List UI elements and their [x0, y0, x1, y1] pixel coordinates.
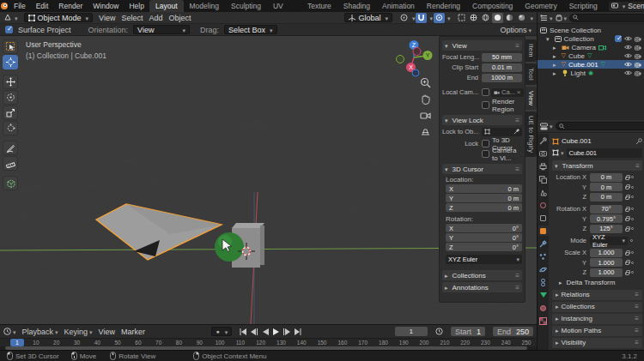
- n-tab-view[interactable]: View: [526, 87, 537, 110]
- local-camera-checkbox[interactable]: [482, 88, 489, 96]
- menu-playback[interactable]: Playback: [22, 328, 58, 336]
- hide-eye-icon[interactable]: [624, 53, 632, 58]
- tab-modifiers[interactable]: [538, 238, 549, 249]
- workspace-tab-scripting[interactable]: Scripting: [563, 0, 604, 12]
- outliner-search-input[interactable]: [580, 14, 644, 21]
- tool-scale[interactable]: [3, 105, 18, 120]
- disable-render-icon[interactable]: [635, 53, 641, 59]
- rotation-mode-dropdown[interactable]: XYZ Euler: [590, 237, 628, 245]
- lock-icon[interactable]: [625, 272, 629, 275]
- animate-dot[interactable]: [631, 176, 634, 178]
- menu-edit[interactable]: Edit: [31, 0, 54, 12]
- outliner-search[interactable]: [569, 14, 644, 22]
- snap-toggle-button[interactable]: [416, 13, 427, 23]
- lock-icon[interactable]: [625, 208, 629, 212]
- show-gizmo-button[interactable]: [456, 13, 467, 23]
- options-dropdown[interactable]: Options: [500, 26, 532, 34]
- delta-transform-panel[interactable]: Delta Transform: [552, 278, 642, 288]
- lock-icon[interactable]: [625, 252, 629, 256]
- menu-add[interactable]: Add: [149, 14, 162, 22]
- outliner-row-scene-collection[interactable]: Scene Collection: [538, 26, 644, 34]
- outliner-row-cube-001[interactable]: ▽ Cube.001 ▽: [538, 60, 644, 69]
- outliner-row-light[interactable]: Light ◉: [538, 69, 644, 77]
- cursor-3d-panel-header[interactable]: 3D Cursor: [442, 164, 522, 174]
- tab-scene[interactable]: [538, 187, 549, 197]
- gizmo-x-neg-axis[interactable]: [413, 48, 421, 56]
- editor-type-selector[interactable]: [3, 14, 18, 22]
- n-tab-ue-to-rigify[interactable]: UE to Rigify: [526, 111, 537, 157]
- workspace-tab-modeling[interactable]: Modeling: [184, 0, 226, 12]
- menu-window[interactable]: Window: [88, 0, 124, 12]
- drag-dropdown[interactable]: Select Box: [224, 25, 277, 34]
- blender-logo-icon[interactable]: [0, 2, 9, 10]
- outliner-filter-collection[interactable]: [556, 14, 568, 22]
- animate-dot[interactable]: [631, 251, 634, 254]
- next-keyframe-button[interactable]: [283, 327, 292, 336]
- tool-transform[interactable]: [3, 121, 18, 135]
- tool-measure[interactable]: [3, 156, 18, 171]
- clip-start-field[interactable]: 0.01 m: [482, 63, 522, 72]
- expand-icon[interactable]: [553, 44, 559, 51]
- expand-icon[interactable]: [553, 61, 559, 69]
- current-frame-field[interactable]: 1: [395, 327, 428, 336]
- scene-name[interactable]: Scene: [628, 2, 644, 10]
- menu-file[interactable]: File: [9, 0, 31, 12]
- visibility-panel-header[interactable]: Visibility: [552, 338, 642, 348]
- motion-paths-panel-header[interactable]: Motion Paths: [552, 326, 642, 336]
- cursor-loc-y-field[interactable]: Y0 m: [446, 194, 522, 202]
- tab-physics[interactable]: [538, 264, 549, 274]
- workspace-tab-compositing[interactable]: Compositing: [466, 0, 519, 12]
- transform-orientation-selector[interactable]: Global: [344, 13, 392, 22]
- hide-eye-icon[interactable]: [624, 45, 632, 50]
- tool-cursor[interactable]: [3, 55, 18, 69]
- tab-render[interactable]: [538, 148, 549, 159]
- focal-length-field[interactable]: 50 mm: [482, 53, 522, 62]
- properties-search-input[interactable]: [567, 123, 644, 130]
- view-panel-header[interactable]: View: [442, 40, 522, 51]
- play-reverse-button[interactable]: [260, 327, 270, 336]
- lock-icon[interactable]: [625, 262, 629, 265]
- tab-view-layer[interactable]: [538, 174, 549, 184]
- n-tab-tool[interactable]: Tool: [526, 63, 537, 85]
- animate-dot[interactable]: [631, 186, 634, 189]
- use-preview-range-button[interactable]: [434, 327, 445, 337]
- camera-view-button[interactable]: [420, 110, 431, 121]
- workspace-tab-geometry-nodes[interactable]: Geometry Nodes: [519, 0, 562, 12]
- tool-select-box[interactable]: [3, 39, 18, 54]
- animate-dot[interactable]: [631, 196, 634, 198]
- n-tab-item[interactable]: Item: [526, 39, 537, 62]
- disable-render-icon[interactable]: [635, 62, 641, 68]
- outliner-row-camera[interactable]: Camera: [538, 43, 644, 51]
- expand-icon[interactable]: [553, 69, 559, 77]
- outliner-row-cube[interactable]: ▽ Cube ▽: [538, 51, 644, 60]
- scale-z-field[interactable]: 1.000: [590, 268, 623, 277]
- cursor-loc-x-field[interactable]: X0 m: [446, 184, 522, 193]
- tab-world[interactable]: [538, 200, 549, 210]
- menu-marker[interactable]: Marker: [121, 328, 145, 336]
- tab-object-data[interactable]: [538, 290, 549, 300]
- tab-constraints[interactable]: [538, 277, 549, 287]
- shading-dropdown-caret[interactable]: [528, 14, 533, 22]
- zoom-view-button[interactable]: [420, 77, 431, 88]
- gizmo-z-neg-axis[interactable]: [412, 69, 419, 76]
- lock-icon[interactable]: [625, 218, 629, 221]
- workspace-tab-layout[interactable]: Layout: [149, 0, 184, 12]
- render-region-checkbox[interactable]: [482, 101, 489, 109]
- location-y-field[interactable]: 0 m: [590, 183, 623, 191]
- properties-editor-type[interactable]: [540, 122, 553, 130]
- gizmo-y-neg-axis[interactable]: [397, 56, 404, 63]
- cursor-rotation-mode-dropdown[interactable]: XYZ Euler: [446, 255, 522, 264]
- tool-add-primitive[interactable]: [3, 176, 18, 190]
- animate-dot[interactable]: [631, 218, 634, 220]
- prev-keyframe-button[interactable]: [249, 327, 258, 336]
- lock-to-object-field[interactable]: [482, 128, 522, 136]
- breadcrumb-object-name[interactable]: Cube.001: [562, 137, 592, 145]
- perspective-toggle-button[interactable]: [420, 126, 431, 137]
- show-overlays-button[interactable]: [468, 13, 479, 23]
- frame-start-field[interactable]: Start1: [451, 327, 485, 336]
- to-3d-cursor-checkbox[interactable]: [482, 140, 489, 147]
- expand-icon[interactable]: [546, 35, 552, 43]
- hide-eye-icon[interactable]: [624, 62, 632, 67]
- collections-panel-header[interactable]: Collections: [442, 270, 522, 280]
- shading-solid-button[interactable]: [492, 13, 503, 23]
